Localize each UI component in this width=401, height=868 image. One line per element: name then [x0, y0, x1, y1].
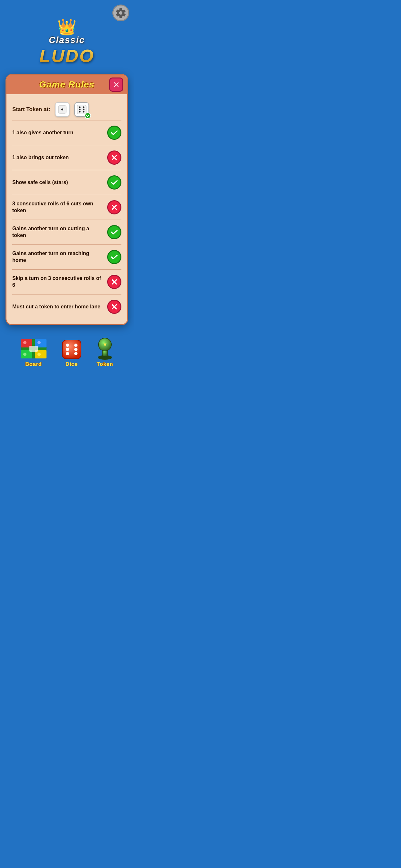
close-icon	[112, 81, 120, 89]
dice-1-icon	[58, 105, 67, 114]
svg-point-22	[66, 352, 69, 355]
nav-label-board: Board	[25, 361, 42, 367]
token-nav-icon: ★	[95, 336, 115, 360]
rule-row-skip-turn: Skip a turn on 3 consecutive rolls of 6	[12, 270, 121, 294]
rule-text-safe-cells: Show safe cells (stars)	[12, 179, 107, 186]
svg-point-1	[61, 108, 63, 111]
rule-toggle-cuts-own-token[interactable]	[107, 200, 121, 214]
check-icon	[86, 114, 90, 118]
svg-point-3	[79, 106, 81, 108]
start-token-option-1[interactable]	[55, 102, 70, 117]
settings-button[interactable]	[112, 4, 129, 21]
rule-text-cuts-own-token: 3 consecutive rolls of 6 cuts own token	[12, 200, 107, 214]
svg-point-4	[83, 106, 84, 108]
svg-point-5	[79, 109, 81, 111]
check-icon	[110, 178, 119, 187]
svg-point-20	[66, 344, 69, 347]
svg-point-15	[23, 341, 27, 344]
check-icon	[110, 253, 119, 261]
svg-point-16	[37, 341, 41, 344]
svg-point-24	[66, 348, 69, 351]
svg-point-7	[79, 111, 81, 113]
check-icon	[110, 228, 119, 237]
svg-point-23	[74, 352, 78, 355]
start-token-label: Start Token at:	[12, 106, 50, 113]
svg-point-21	[74, 344, 78, 347]
dice-6-checkmark	[85, 113, 91, 119]
svg-point-25	[74, 348, 78, 351]
rule-row-gains-cut: Gains another turn on cutting a token	[12, 220, 121, 245]
nav-item-board[interactable]: Board	[19, 337, 48, 367]
rule-row-must-cut-home: Must cut a token to enter home lane	[12, 294, 121, 319]
start-token-option-6[interactable]	[74, 102, 89, 117]
rule-toggle-gains-home[interactable]	[107, 250, 121, 264]
x-icon	[110, 303, 119, 311]
rule-row-cuts-own-token: 3 consecutive rolls of 6 cuts own token	[12, 195, 121, 220]
svg-text:★: ★	[102, 341, 107, 347]
nav-item-token[interactable]: ★ Token	[95, 336, 115, 367]
bottom-nav: Board Dice	[19, 336, 115, 367]
logo-classic-text: Classic	[49, 35, 85, 45]
nav-label-token: Token	[97, 361, 113, 367]
svg-point-18	[37, 352, 41, 356]
rule-toggle-another-turn-1[interactable]	[107, 126, 121, 140]
rule-row-gains-home: Gains another turn on reaching home	[12, 245, 121, 270]
svg-rect-19	[62, 340, 81, 359]
rule-toggle-skip-turn[interactable]	[107, 275, 121, 289]
rules-title: Game Rules	[39, 80, 95, 90]
rule-text-gains-home: Gains another turn on reaching home	[12, 250, 107, 264]
rule-row-another-turn-1: 1 also gives another turn	[12, 120, 121, 145]
logo-ludo-text: LUDO	[39, 45, 95, 66]
x-icon	[110, 278, 119, 286]
svg-rect-14	[29, 346, 38, 352]
check-icon	[110, 128, 119, 137]
nav-item-dice[interactable]: Dice	[61, 339, 82, 367]
rule-toggle-must-cut-home[interactable]	[107, 300, 121, 314]
svg-point-17	[23, 352, 27, 356]
start-token-row: Start Token at:	[12, 97, 121, 120]
rule-text-another-turn-1: 1 also gives another turn	[12, 129, 107, 136]
logo-area: 👑 Classic LUDO	[39, 20, 95, 66]
dice-nav-icon	[61, 339, 82, 360]
rules-header: Game Rules	[6, 75, 127, 94]
rule-toggle-bring-out-token[interactable]	[107, 151, 121, 165]
gear-icon	[115, 7, 127, 19]
rules-body: Start Token at:	[6, 94, 127, 324]
rule-text-bring-out-token: 1 also brings out token	[12, 154, 107, 161]
x-icon	[110, 153, 119, 162]
rule-text-must-cut-home: Must cut a token to enter home lane	[12, 304, 107, 310]
svg-rect-2	[77, 105, 86, 114]
close-button[interactable]	[109, 78, 123, 92]
x-icon	[110, 203, 119, 212]
board-icon	[19, 337, 48, 360]
rule-toggle-gains-cut[interactable]	[107, 225, 121, 239]
svg-point-6	[83, 109, 84, 111]
rule-text-skip-turn: Skip a turn on 3 consecutive rolls of 6	[12, 275, 107, 289]
rule-text-gains-cut: Gains another turn on cutting a token	[12, 225, 107, 239]
rule-row-safe-cells: Show safe cells (stars)	[12, 170, 121, 195]
rule-row-bring-out-token: 1 also brings out token	[12, 145, 121, 170]
nav-label-dice: Dice	[66, 361, 78, 367]
crown-icon: 👑	[57, 20, 76, 35]
svg-point-8	[83, 111, 84, 113]
rule-toggle-safe-cells[interactable]	[107, 175, 121, 190]
rules-panel: Game Rules Start Token at:	[5, 74, 128, 325]
